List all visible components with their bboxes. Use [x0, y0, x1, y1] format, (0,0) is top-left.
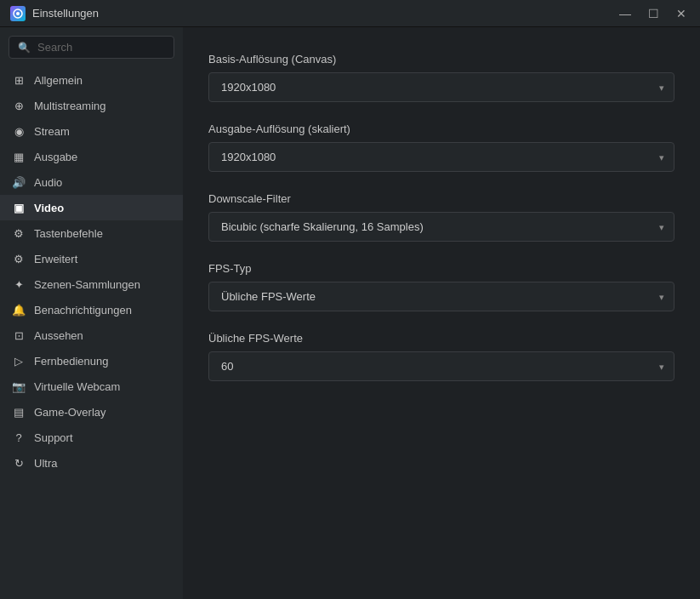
content-area: Basis-Auflösung (Canvas)1920x10801280x72…	[183, 27, 700, 599]
sidebar-item-game-overlay[interactable]: ▤Game-Overlay	[0, 399, 183, 425]
select-fps-typ[interactable]: Übliche FPS-WerteGanzzahl FPS-WerteBruch…	[208, 282, 674, 311]
sidebar-item-fernbedienung[interactable]: ▷Fernbedienung	[0, 348, 183, 374]
sidebar-item-stream[interactable]: ◉Stream	[0, 118, 183, 144]
label-fps-typ: FPS-Typ	[208, 262, 674, 275]
form-sections: Basis-Auflösung (Canvas)1920x10801280x72…	[208, 53, 674, 381]
label-basis-aufloesung: Basis-Auflösung (Canvas)	[208, 53, 674, 66]
form-section-uebliche-fps-werte: Übliche FPS-Werte242530485060▾	[208, 332, 674, 381]
select-wrapper-uebliche-fps-werte: 242530485060▾	[208, 351, 674, 381]
window-controls: — ☐ ✕	[616, 6, 690, 21]
nav-list: ⊞Allgemein⊕Multistreaming◉Stream▦Ausgabe…	[0, 67, 183, 476]
form-section-basis-aufloesung: Basis-Auflösung (Canvas)1920x10801280x72…	[208, 53, 674, 102]
form-section-fps-typ: FPS-TypÜbliche FPS-WerteGanzzahl FPS-Wer…	[208, 262, 674, 311]
title-bar: Einstellungen — ☐ ✕	[0, 0, 700, 27]
sidebar-label-benachrichtigungen: Benachrichtigungen	[34, 304, 132, 317]
sidebar-label-video: Video	[34, 202, 64, 214]
sidebar-item-benachrichtigungen[interactable]: 🔔Benachrichtigungen	[0, 297, 183, 322]
sidebar-item-aussehen[interactable]: ⊡Aussehen	[0, 322, 183, 348]
sidebar-item-audio[interactable]: 🔊Audio	[0, 169, 183, 195]
sidebar-label-allgemein: Allgemein	[34, 74, 83, 87]
search-container: 🔍	[0, 36, 183, 67]
ultra-icon: ↻	[12, 456, 26, 470]
label-downscale-filter: Downscale-Filter	[208, 192, 674, 205]
select-wrapper-ausgabe-aufloesung: 1920x10801280x7202560x1440▾	[208, 142, 674, 172]
main-layout: 🔍 ⊞Allgemein⊕Multistreaming◉Stream▦Ausga…	[0, 27, 700, 599]
select-ausgabe-aufloesung[interactable]: 1920x10801280x7202560x1440	[208, 142, 674, 172]
sidebar-label-multistreaming: Multistreaming	[34, 100, 106, 112]
multistreaming-icon: ⊕	[12, 99, 26, 112]
sidebar-label-ausgabe: Ausgabe	[34, 151, 77, 163]
sidebar-label-virtuelle-webcam: Virtuelle Webcam	[34, 380, 120, 393]
select-wrapper-basis-aufloesung: 1920x10801280x7202560x14403840x2160▾	[208, 72, 674, 102]
select-wrapper-downscale-filter: Bicubic (scharfe Skalierung, 16 Samples)…	[208, 212, 674, 242]
sidebar-label-aussehen: Aussehen	[34, 329, 83, 342]
szenen-sammlungen-icon: ✦	[12, 277, 26, 291]
sidebar-label-game-overlay: Game-Overlay	[34, 406, 106, 419]
select-basis-aufloesung[interactable]: 1920x10801280x7202560x14403840x2160	[208, 72, 674, 102]
select-uebliche-fps-werte[interactable]: 242530485060	[208, 351, 674, 381]
benachrichtigungen-icon: 🔔	[12, 303, 26, 317]
sidebar-item-tastenbefehle[interactable]: ⚙Tastenbefehle	[0, 220, 183, 246]
sidebar: 🔍 ⊞Allgemein⊕Multistreaming◉Stream▦Ausga…	[0, 27, 183, 599]
sidebar-item-multistreaming[interactable]: ⊕Multistreaming	[0, 93, 183, 118]
video-icon: ▣	[12, 201, 26, 214]
sidebar-label-audio: Audio	[34, 176, 62, 189]
aussehen-icon: ⊡	[12, 328, 26, 342]
sidebar-label-tastenbefehle: Tastenbefehle	[34, 227, 103, 240]
sidebar-label-erweitert: Erweitert	[34, 253, 77, 265]
sidebar-label-fernbedienung: Fernbedienung	[34, 355, 108, 368]
label-uebliche-fps-werte: Übliche FPS-Werte	[208, 332, 674, 345]
minimize-button[interactable]: —	[616, 6, 635, 21]
sidebar-item-allgemein[interactable]: ⊞Allgemein	[0, 67, 183, 93]
sidebar-item-support[interactable]: ?Support	[0, 425, 183, 450]
app-icon	[10, 6, 26, 21]
window-title: Einstellungen	[32, 7, 616, 20]
search-icon: 🔍	[18, 42, 31, 54]
select-wrapper-fps-typ: Übliche FPS-WerteGanzzahl FPS-WerteBruch…	[208, 282, 674, 311]
support-icon: ?	[12, 431, 26, 444]
sidebar-label-ultra: Ultra	[34, 457, 57, 470]
sidebar-label-szenen-sammlungen: Szenen-Sammlungen	[34, 278, 140, 291]
sidebar-item-ultra[interactable]: ↻Ultra	[0, 450, 183, 476]
search-input[interactable]	[37, 41, 165, 54]
sidebar-item-szenen-sammlungen[interactable]: ✦Szenen-Sammlungen	[0, 271, 183, 297]
sidebar-label-stream: Stream	[34, 125, 70, 138]
tastenbefehle-icon: ⚙	[12, 226, 26, 240]
sidebar-item-erweitert[interactable]: ⚙Erweitert	[0, 246, 183, 271]
sidebar-item-virtuelle-webcam[interactable]: 📷Virtuelle Webcam	[0, 374, 183, 399]
game-overlay-icon: ▤	[12, 405, 26, 419]
search-wrapper[interactable]: 🔍	[9, 36, 174, 59]
svg-point-1	[16, 12, 20, 15]
allgemein-icon: ⊞	[12, 73, 26, 87]
sidebar-item-ausgabe[interactable]: ▦Ausgabe	[0, 144, 183, 169]
form-section-ausgabe-aufloesung: Ausgabe-Auflösung (skaliert)1920x1080128…	[208, 123, 674, 172]
stream-icon: ◉	[12, 124, 26, 138]
sidebar-item-video[interactable]: ▣Video	[0, 195, 183, 220]
maximize-button[interactable]: ☐	[645, 6, 663, 21]
virtuelle-webcam-icon: 📷	[12, 379, 26, 393]
ausgabe-icon: ▦	[12, 150, 26, 163]
erweitert-icon: ⚙	[12, 252, 26, 265]
form-section-downscale-filter: Downscale-FilterBicubic (scharfe Skalier…	[208, 192, 674, 242]
sidebar-label-support: Support	[34, 431, 73, 444]
select-downscale-filter[interactable]: Bicubic (scharfe Skalierung, 16 Samples)…	[208, 212, 674, 242]
audio-icon: 🔊	[12, 175, 26, 189]
fernbedienung-icon: ▷	[12, 354, 26, 368]
close-button[interactable]: ✕	[673, 6, 690, 21]
label-ausgabe-aufloesung: Ausgabe-Auflösung (skaliert)	[208, 123, 674, 135]
